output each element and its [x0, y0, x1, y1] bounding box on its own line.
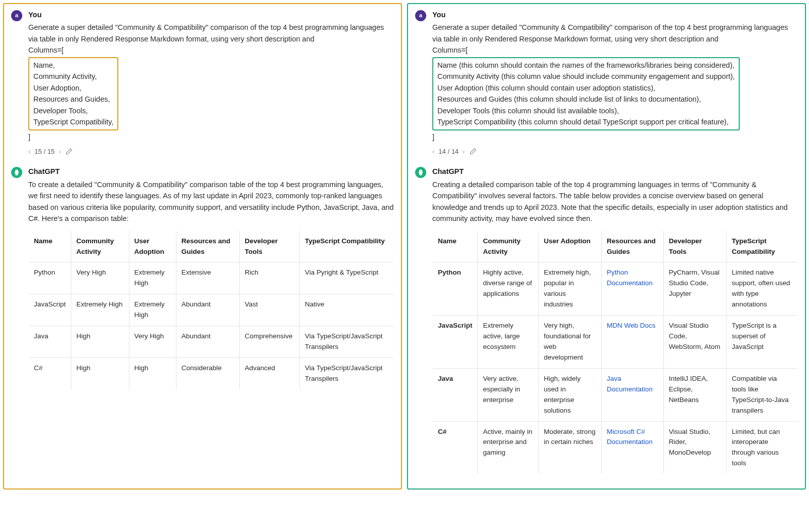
- pager-count: 14 / 14: [438, 147, 459, 157]
- table-row: C#Active, mainly in enterprise and gamin…: [433, 421, 798, 474]
- column-spec-line: Name (this column should contain the nam…: [437, 60, 735, 71]
- table-header: Resources and Guides: [601, 231, 663, 262]
- table-cell: Very high, foundational for web developm…: [538, 316, 601, 369]
- doc-link[interactable]: Microsoft C# Documentation: [607, 428, 653, 446]
- columns-box-left: Name,Community Activity,User Adoption,Re…: [28, 57, 118, 130]
- sender-label: You: [432, 9, 798, 20]
- table-cell: JavaScript: [433, 316, 478, 369]
- assistant-message-left: ChatGPT To create a detailed "Community …: [11, 166, 394, 390]
- table-header: TypeScript Compatibility: [300, 231, 394, 262]
- table-cell: C#: [433, 421, 478, 474]
- prompt-text: Generate a super detailed "Community & C…: [432, 22, 798, 143]
- user-avatar: a: [415, 10, 426, 21]
- doc-link[interactable]: MDN Web Docs: [607, 322, 656, 329]
- sender-label: ChatGPT: [28, 166, 394, 177]
- comparison-table-right: NameCommunity ActivityUser AdoptionResou…: [432, 231, 798, 475]
- pager-prev-icon[interactable]: ‹: [432, 147, 434, 157]
- table-cell: Java Documentation: [601, 368, 663, 421]
- pager-prev-icon[interactable]: ‹: [28, 147, 30, 157]
- table-cell: High: [129, 358, 176, 390]
- table-cell: Compatible via tools like TypeScript-to-…: [727, 368, 798, 421]
- user-message-left: a You Generate a super detailed "Communi…: [11, 9, 394, 157]
- table-header: Developer Tools: [240, 231, 300, 262]
- table-cell: JavaScript: [29, 294, 71, 326]
- sender-label: You: [28, 9, 394, 20]
- table-cell: TypeScript is a superset of JavaScript: [727, 316, 798, 369]
- table-cell: Visual Studio Code, WebStorm, Atom: [663, 316, 727, 369]
- table-cell: Very High: [129, 326, 176, 358]
- table-cell: Visual Studio, Rider, MonoDevelop: [663, 421, 727, 474]
- table-row: JavaHighVery HighAbundantComprehensiveVi…: [29, 326, 394, 358]
- table-header: TypeScript Compatibility: [727, 231, 798, 262]
- table-row: JavaVery active, especially in enterpris…: [433, 368, 798, 421]
- column-spec-line: Resources and Guides,: [33, 94, 113, 105]
- table-row: PythonVery HighExtremely HighExtensiveRi…: [29, 262, 394, 294]
- pager-count: 15 / 15: [34, 147, 55, 157]
- panel-right: a You Generate a super detailed "Communi…: [407, 3, 806, 490]
- sender-label: ChatGPT: [432, 166, 798, 177]
- doc-link[interactable]: Java Documentation: [607, 375, 653, 393]
- pager-next-icon[interactable]: ›: [59, 147, 61, 157]
- table-header: Name: [433, 231, 478, 262]
- table-header: User Adoption: [129, 231, 176, 262]
- table-cell: C#: [29, 358, 71, 390]
- table-cell: Extremely High: [71, 294, 129, 326]
- prompt-pre: Generate a super detailed "Community & C…: [432, 23, 788, 42]
- message-pager: ‹ 14 / 14 ›: [432, 147, 798, 157]
- table-cell: IntelliJ IDEA, Eclipse, NetBeans: [663, 368, 727, 421]
- assistant-avatar: [11, 167, 22, 178]
- table-cell: Native: [300, 294, 394, 326]
- table-cell: Abundant: [176, 326, 239, 358]
- table-cell: Considerable: [176, 358, 239, 390]
- table-header: Developer Tools: [663, 231, 727, 262]
- columns-open: Columns=[: [28, 46, 64, 54]
- user-avatar: a: [11, 10, 22, 21]
- columns-box-right: Name (this column should contain the nam…: [432, 57, 740, 130]
- edit-icon[interactable]: [65, 148, 73, 156]
- column-spec-line: Name,: [33, 60, 113, 71]
- table-header: Resources and Guides: [176, 231, 239, 262]
- table-cell: Python Documentation: [601, 262, 663, 316]
- table-cell: Limited, but can interoperate through va…: [727, 421, 798, 474]
- table-cell: Advanced: [240, 358, 300, 390]
- table-row: PythonHighly active, diverse range of ap…: [433, 262, 798, 316]
- table-cell: Highly active, diverse range of applicat…: [478, 262, 538, 316]
- columns-open: Columns=[: [432, 46, 468, 54]
- prompt-text: Generate a super detailed "Community & C…: [28, 22, 394, 143]
- table-row: C#HighHighConsiderableAdvancedVia TypeSc…: [29, 358, 394, 390]
- table-cell: PyCharm, Visual Studio Code, Jupyter: [663, 262, 727, 316]
- table-cell: Python: [433, 262, 478, 316]
- table-cell: Abundant: [176, 294, 239, 326]
- table-cell: Extremely High: [129, 294, 176, 326]
- doc-link[interactable]: Python Documentation: [607, 269, 653, 287]
- table-cell: Java: [433, 368, 478, 421]
- table-cell: Java: [29, 326, 71, 358]
- column-spec-line: Developer Tools,: [33, 105, 113, 116]
- columns-close: ]: [28, 133, 30, 141]
- table-cell: Very High: [71, 262, 129, 294]
- pager-next-icon[interactable]: ›: [463, 147, 465, 157]
- column-spec-line: Community Activity,: [33, 71, 113, 82]
- table-cell: Very active, especially in enterprise: [478, 368, 538, 421]
- column-spec-line: Community Activity (this column value sh…: [437, 71, 735, 82]
- table-cell: Rich: [240, 262, 300, 294]
- table-header: User Adoption: [538, 231, 601, 262]
- table-header: Name: [29, 231, 71, 262]
- table-row: JavaScriptExtremely active, large ecosys…: [433, 316, 798, 369]
- table-cell: Extremely active, large ecosystem: [478, 316, 538, 369]
- assistant-avatar: [415, 167, 426, 178]
- column-spec-line: TypeScript Compatibility,: [33, 116, 113, 127]
- column-spec-line: User Adoption,: [33, 82, 113, 94]
- column-spec-line: Resources and Guides (this column should…: [437, 94, 735, 105]
- column-spec-line: User Adoption (this column should contai…: [437, 82, 735, 94]
- table-cell: Via TypeScript/JavaScript Transpilers: [300, 358, 394, 390]
- table-cell: Extremely High: [129, 262, 176, 294]
- table-cell: Via Pyright & TypeScript: [300, 262, 394, 294]
- user-message-right: a You Generate a super detailed "Communi…: [415, 9, 798, 157]
- table-cell: Extensive: [176, 262, 239, 294]
- table-cell: Microsoft C# Documentation: [601, 421, 663, 474]
- column-spec-line: Developer Tools (this column should list…: [437, 105, 735, 116]
- edit-icon[interactable]: [469, 148, 477, 156]
- assistant-intro: To create a detailed "Community & Compat…: [28, 179, 394, 225]
- table-cell: High: [71, 326, 129, 358]
